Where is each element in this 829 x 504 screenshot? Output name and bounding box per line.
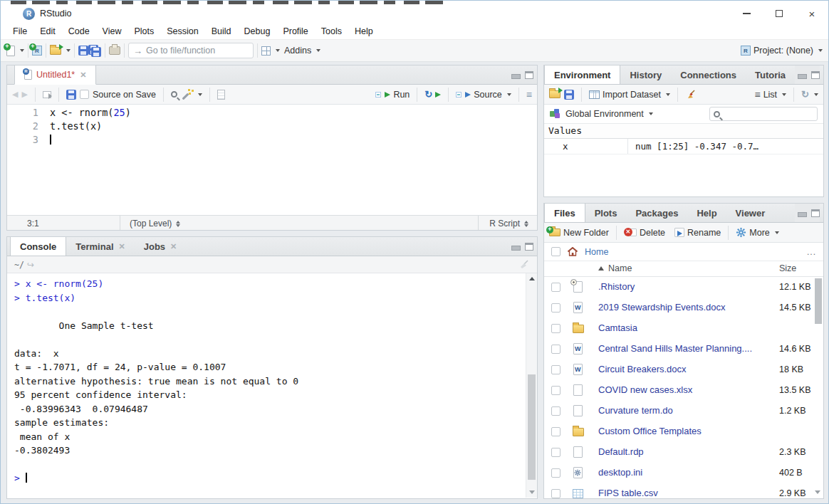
file-name-link[interactable]: Circuit Breakers.docx [598, 364, 687, 374]
minimize-button[interactable] [730, 4, 763, 23]
menu-view[interactable]: View [96, 24, 128, 38]
save-icon[interactable] [66, 90, 76, 100]
tab-jobs[interactable]: Jobs✕ [135, 237, 187, 256]
maximize-pane-icon[interactable] [811, 209, 820, 217]
minimize-pane-icon[interactable] [511, 74, 521, 79]
tab-viewer[interactable]: Viewer [726, 204, 775, 222]
column-header-name[interactable]: Name [608, 263, 632, 273]
file-checkbox[interactable] [551, 345, 561, 354]
tab-environment[interactable]: Environment [544, 65, 620, 84]
select-all-checkbox[interactable] [551, 247, 561, 256]
menu-code[interactable]: Code [62, 24, 96, 38]
popout-icon[interactable] [43, 91, 51, 98]
menu-tools[interactable]: Tools [315, 24, 348, 38]
new-file-button[interactable]: + [6, 46, 24, 56]
tab-history[interactable]: History [620, 65, 671, 84]
close-icon[interactable]: ✕ [80, 70, 86, 80]
file-checkbox[interactable] [551, 386, 561, 395]
file-name-link[interactable]: Central Sand Hills Master Planning.... [598, 343, 752, 354]
files-scrollbar-thumb[interactable] [815, 278, 822, 324]
tab-untitled1[interactable]: Untitled1* ✕ [14, 65, 96, 85]
tab-files[interactable]: Files [544, 204, 585, 222]
open-file-button[interactable] [50, 47, 71, 55]
goto-file-input[interactable] [146, 46, 239, 56]
menu-profile[interactable]: Profile [276, 24, 314, 38]
tab-connections[interactable]: Connections [671, 65, 746, 84]
file-checkbox[interactable] [551, 448, 561, 457]
source-on-save-checkbox[interactable] [80, 90, 89, 99]
close-icon[interactable]: ✕ [170, 242, 177, 251]
code-tools-icon[interactable] [181, 89, 192, 100]
file-name-link[interactable]: Default.rdp [598, 446, 644, 457]
column-header-size[interactable]: Size [779, 263, 796, 273]
file-checkbox[interactable] [551, 406, 561, 416]
forward-icon[interactable]: ▶ [21, 90, 27, 99]
file-name-link[interactable]: desktop.ini [598, 467, 642, 478]
tab-plots[interactable]: Plots [585, 204, 627, 222]
load-workspace-icon[interactable] [549, 90, 561, 98]
file-checkbox[interactable] [551, 365, 561, 374]
file-checkbox[interactable] [551, 324, 561, 333]
environment-search[interactable] [709, 107, 818, 121]
tab-packages[interactable]: Packages [626, 204, 687, 222]
path-ellipsis-button[interactable]: ... [807, 247, 816, 257]
file-checkbox[interactable] [551, 303, 561, 313]
menu-help[interactable]: Help [348, 24, 380, 38]
clear-environment-icon[interactable] [685, 89, 697, 100]
document-outline-icon[interactable]: ≡ [526, 89, 532, 100]
scroll-thumb[interactable] [528, 374, 536, 480]
rerun-button[interactable]: ↻ [424, 89, 441, 100]
back-icon[interactable]: ◀ [12, 90, 18, 99]
import-dataset-button[interactable]: Import Dataset [589, 90, 670, 100]
goto-file-search[interactable]: → [128, 43, 254, 58]
new-project-button[interactable]: R+ [32, 46, 42, 56]
menu-file[interactable]: File [6, 24, 33, 38]
minimize-pane-icon[interactable] [798, 74, 807, 79]
menu-plots[interactable]: Plots [127, 24, 160, 38]
file-checkbox[interactable] [551, 427, 561, 436]
save-workspace-icon[interactable] [564, 90, 574, 100]
run-button[interactable]: Run [375, 90, 410, 100]
doc-type-selector[interactable]: R Script [489, 219, 528, 229]
file-checkbox[interactable] [551, 468, 561, 478]
delete-button[interactable]: ✕Delete [624, 228, 665, 238]
compile-report-icon[interactable] [217, 90, 225, 100]
breadcrumb-home[interactable]: Home [585, 247, 608, 257]
file-name-link[interactable]: 2019 Stewardship Events.docx [598, 302, 726, 313]
console-scrollbar[interactable] [526, 273, 537, 498]
minimize-pane-icon[interactable] [798, 212, 807, 217]
menu-edit[interactable]: Edit [33, 24, 62, 38]
file-checkbox[interactable] [551, 283, 561, 292]
menu-session[interactable]: Session [160, 24, 204, 38]
save-button[interactable] [78, 46, 88, 56]
clear-console-icon[interactable] [518, 259, 530, 271]
project-menu-button[interactable]: RProject: (None) [741, 46, 823, 56]
close-button[interactable]: × [796, 4, 828, 23]
console-output[interactable]: > x <- rnorm(25)> t.test(x) One Sample t… [7, 273, 537, 498]
goto-directory-icon[interactable]: ↪ [27, 260, 34, 270]
tab-tutorial[interactable]: Tutorial [746, 65, 786, 84]
file-name-link[interactable]: Curvature term.do [598, 405, 673, 416]
maximize-button[interactable] [763, 4, 796, 23]
scroll-up-icon[interactable] [529, 277, 535, 280]
file-name-link[interactable]: COVID new cases.xlsx [598, 384, 692, 395]
save-all-button[interactable] [88, 45, 101, 56]
sort-ascending-icon[interactable] [598, 266, 604, 271]
print-button[interactable] [109, 46, 120, 55]
maximize-pane-icon[interactable] [525, 71, 533, 79]
scroll-down-icon[interactable] [815, 490, 820, 494]
refresh-button[interactable]: ↻ [801, 89, 818, 100]
environment-search-input[interactable] [724, 109, 809, 119]
scroll-down-icon[interactable] [529, 490, 535, 494]
tab-console[interactable]: Console [10, 237, 66, 256]
addins-button[interactable]: Addins [284, 46, 320, 56]
file-name-link[interactable]: Camtasia [598, 322, 637, 333]
code-editor[interactable]: 1x <- rnorm(25)2t.test(x)3 [7, 105, 537, 215]
tab-terminal[interactable]: Terminal✕ [66, 237, 134, 256]
maximize-pane-icon[interactable] [811, 71, 820, 79]
maximize-pane-icon[interactable] [525, 243, 533, 251]
minimize-pane-icon[interactable] [511, 246, 521, 251]
list-view-button[interactable]: ≡List [754, 89, 786, 100]
file-name-link[interactable]: Custom Office Templates [598, 426, 702, 436]
scope-selector[interactable]: (Top Level) [130, 219, 180, 229]
